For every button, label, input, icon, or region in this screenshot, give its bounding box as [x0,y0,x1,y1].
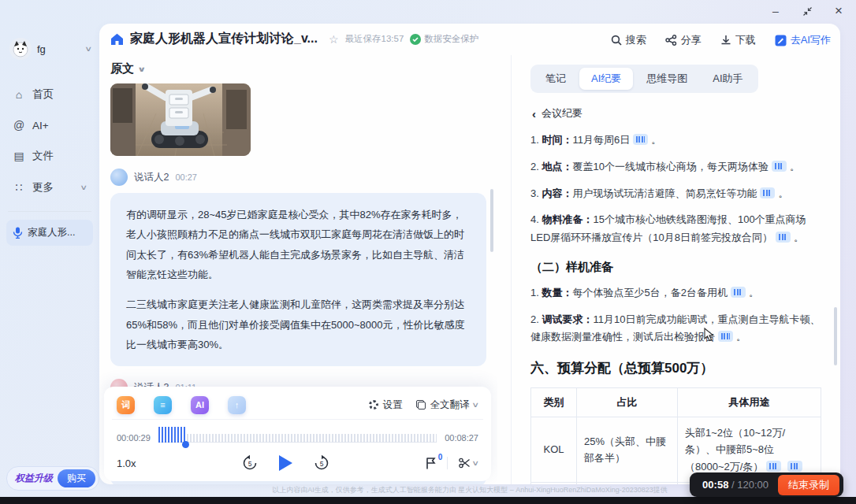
back-arrow-icon: ‹ [532,107,536,120]
summary-tab[interactable]: AI纪要 [579,68,633,90]
item-label: 时间： [542,134,572,146]
item-label: 调试要求： [542,313,593,325]
back-to-summary[interactable]: ‹ 会议纪要 [532,106,821,120]
player-tool-icon[interactable]: ≡ [154,396,172,414]
item-label: 物料准备： [542,213,593,225]
header-actions: 搜索 分享 下载 去AI写作 [611,33,831,47]
sidebar-item-active-session[interactable]: 家庭人形... [6,220,93,246]
audio-play-chip-icon[interactable] [787,461,802,472]
player-tool-icon[interactable]: AI [191,396,209,414]
item-suffix: 。 [778,187,788,199]
transcript-paragraph: 二三线城市家庭更关注老人健康监测和儿童陪伴，这两类需求提及率分别达65%和58%… [126,295,471,354]
share-button[interactable]: 分享 [665,33,702,47]
upgrade-label: 权益升级 [15,472,53,485]
speaker-avatar [110,169,128,186]
flag-marker-button[interactable]: 0 [426,458,436,469]
chevron-down-icon: ∨ [85,45,93,53]
buy-button[interactable]: 购买 [58,469,95,487]
translate-icon [416,400,426,410]
player-tool-icon[interactable]: ↑ [228,396,246,414]
playback-speed-button[interactable]: 1.0x [117,458,211,469]
audio-play-chip-icon[interactable] [776,232,791,243]
user-account[interactable]: fg ∨ [0,24,99,68]
stop-recording-button[interactable]: 结束录制 [778,475,839,495]
sidebar-item[interactable]: ▤ 文件 ∨ [6,140,93,172]
sidebar-item[interactable]: ⌂ 首页 ∨ [6,79,93,110]
transcript-scrollbar[interactable] [490,189,493,252]
restore-button[interactable] [801,5,813,17]
player-tools: 词 ≡ AI ↑ 设置 全文翻译 [117,394,478,416]
download-label: 下载 [735,33,756,47]
item-number: 2. [530,161,539,172]
source-dropdown[interactable]: 原文 ∨ [110,61,486,76]
home-doc-icon [110,33,124,46]
favorite-star-icon[interactable]: ☆ [329,33,339,46]
main-panel: 家庭人形机器人宣传计划讨论_v... ☆ 最近保存13:57 数据安全保护 搜索 [99,24,840,484]
audio-play-chip-icon[interactable] [633,134,648,145]
item-suffix: 。 [794,232,804,243]
table-header-row: 类别 占比 具体用途 [531,388,821,417]
download-button[interactable]: 下载 [720,33,756,47]
waveform-track[interactable] [158,426,437,450]
summary-tab[interactable]: 笔记 [534,68,578,90]
cell-chips [763,461,806,472]
audio-play-chip-icon[interactable] [772,161,787,172]
controls-divider [447,457,448,469]
player-divider [112,419,483,420]
settings-button[interactable]: 设置 [369,398,402,412]
rewind-5s-button[interactable]: 5 [241,454,259,472]
summary-tab[interactable]: AI助手 [701,68,754,90]
share-icon [665,35,677,46]
message-timestamp[interactable]: 00:27 [175,172,197,182]
item-chips [757,187,778,199]
sidebar-item[interactable]: ∷ 更多 ∨ [6,172,93,203]
download-icon [720,35,731,46]
sidebar-item-label: 文件 [32,149,54,163]
audio-player: 词 ≡ AI ↑ 设置 全文翻译 [104,387,491,481]
item-text: 11月每周6日 [572,134,630,146]
play-button[interactable] [279,455,292,471]
sidebar-item[interactable]: @ AI+ ∨ [6,110,93,140]
recording-time: 00:58 / 120:00 [702,479,769,491]
minimize-button[interactable]: – [769,5,782,17]
security-label: 数据安全保护 [424,33,478,45]
message-block: 说话人2 00:27 有的调研显示，28~45岁已婚家庭是核心受众，其中82%存… [110,169,486,366]
cell-share: 25%（头部、中腰部各半） [577,417,678,483]
item-number: 2. [530,313,539,325]
close-button[interactable]: × [832,5,845,17]
ai-writing-button[interactable]: 去AI写作 [775,33,831,47]
audio-play-chip-icon[interactable] [766,461,781,472]
audio-play-chip-icon[interactable] [760,187,775,198]
item-suffix: 。 [790,161,800,172]
trim-button[interactable]: ∨ [459,458,478,469]
search-button[interactable]: 搜索 [611,33,646,47]
audio-play-chip-icon[interactable] [718,331,733,342]
recording-elapsed: 00:58 [702,479,728,491]
summary-scrollbar[interactable] [834,307,837,365]
forward-5s-button[interactable]: 5 [313,454,330,472]
item-label: 数量： [542,287,572,298]
recording-separator: / [731,479,735,491]
translate-button[interactable]: 全文翻译 ∨ [416,398,478,412]
player-right-controls: 0 ∨ [360,457,478,469]
tool-icon-group: 词 ≡ AI ↑ [117,396,265,414]
document-header: 家庭人形机器人宣传计划讨论_v... ☆ 最近保存13:57 数据安全保护 [110,31,478,47]
audio-play-chip-icon[interactable] [731,287,746,298]
document-title: 家庭人形机器人宣传计划讨论_v... [130,31,318,47]
last-saved-text: 最近保存13:57 [345,33,404,45]
ai-writing-icon [775,35,787,46]
share-label: 分享 [681,33,702,47]
section-heading-2: （二）样机准备 [530,260,821,275]
player-tool-icon[interactable]: 词 [117,396,135,414]
chevron-down-icon: ∨ [472,459,480,467]
summary-tab[interactable]: 思维导图 [635,68,699,90]
summary-panel: 笔记 AI纪要 思维导图 AI助手 ‹ 会议纪要 1. 时间：11月每周6日。 … [511,55,840,484]
waveform-played [158,427,185,443]
item-number: 3. [530,187,539,199]
recording-bar: 00:58 / 120:00 结束录制 [690,472,843,497]
sidebar-item-label: 更多 [32,180,54,195]
playhead-dot[interactable] [182,441,189,448]
sidebar-item-icon: @ [13,119,25,132]
cat-avatar-icon [11,39,30,58]
message-header: 说话人2 00:27 [110,169,486,186]
